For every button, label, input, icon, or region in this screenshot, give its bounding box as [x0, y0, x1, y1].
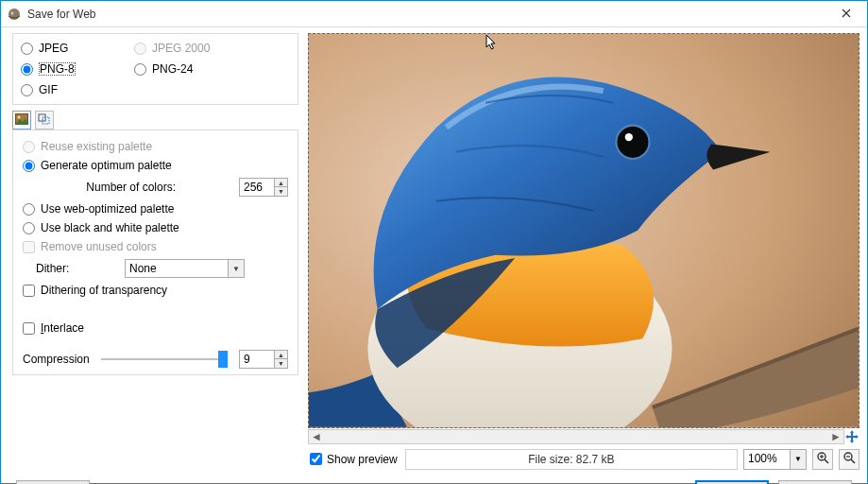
palette-radio-reuse: Reuse existing palette [23, 140, 288, 153]
tab-image-options[interactable] [12, 111, 31, 130]
zoom-in-icon [816, 451, 829, 467]
close-button[interactable] [825, 1, 867, 27]
label: PNG-24 [152, 62, 193, 76]
close-icon [842, 8, 851, 21]
dither-label: Dither: [23, 262, 117, 275]
label: Use black and white palette [41, 221, 179, 234]
save-button[interactable]: Save [695, 480, 769, 484]
show-preview-checkbox[interactable]: Show preview [308, 453, 400, 466]
zoom-select[interactable]: 100% ▼ [743, 449, 807, 470]
title-bar: Save for Web [1, 1, 867, 27]
cancel-button[interactable]: Cancel [778, 480, 852, 484]
pan-icon[interactable] [844, 429, 859, 444]
compression-label: Compression [23, 353, 90, 366]
image-icon [15, 113, 28, 128]
palette-radio-generate[interactable]: Generate optimum palette [23, 159, 288, 172]
dither-value: None [125, 259, 229, 278]
compression-input[interactable] [239, 350, 275, 369]
zoom-in-button[interactable] [812, 449, 833, 470]
chevron-down-icon: ▼ [229, 259, 245, 278]
zoom-out-button[interactable] [839, 449, 859, 470]
zoom-out-icon [842, 451, 856, 467]
interlace-checkbox[interactable]: Interlace [23, 321, 288, 335]
slider-thumb[interactable] [218, 351, 228, 368]
num-colors-label: Number of colors: [47, 181, 176, 194]
spin-down-icon[interactable]: ▼ [275, 187, 288, 197]
file-size-display: File size: 82.7 kB [405, 449, 738, 470]
label: Remove unused colors [41, 240, 157, 253]
zoom-value: 100% [743, 449, 791, 470]
dialog-footer: Help Save Cancel [1, 471, 867, 484]
compression-slider[interactable] [101, 358, 228, 360]
compression-row: Compression ▲▼ [23, 350, 288, 369]
label: Generate optimum palette [41, 159, 172, 172]
label: Reuse existing palette [41, 140, 152, 153]
options-panel: JPEG JPEG 2000 PNG-8 PNG-24 [1, 33, 308, 471]
format-group: JPEG JPEG 2000 PNG-8 PNG-24 [12, 33, 298, 105]
svg-line-13 [825, 459, 828, 463]
options-tabs [12, 111, 298, 130]
format-radio-jpeg[interactable]: JPEG [21, 42, 106, 55]
svg-point-4 [18, 115, 21, 118]
scroll-left-icon: ◄ [311, 430, 322, 443]
svg-point-9 [617, 127, 648, 158]
resize-icon [38, 113, 51, 128]
dither-transparency-checkbox[interactable]: Dithering of transparency [23, 284, 288, 297]
num-colors-input[interactable] [239, 178, 275, 197]
dither-row: Dither: None ▼ [23, 259, 288, 278]
format-radio-gif[interactable]: GIF [21, 83, 106, 96]
palette-radio-web[interactable]: Use web-optimized palette [23, 202, 288, 216]
svg-line-17 [851, 459, 855, 463]
label: JPEG [39, 42, 68, 55]
tab-resize[interactable] [35, 111, 54, 130]
remove-unused-checkbox: Remove unused colors [23, 240, 288, 253]
label: GIF [39, 83, 58, 96]
label: PNG-8 [39, 62, 76, 76]
label: Dithering of transparency [41, 284, 167, 297]
chevron-down-icon: ▼ [791, 449, 807, 470]
label: Show preview [327, 453, 398, 466]
label: Use web-optimized palette [41, 202, 174, 216]
palette-panel: Reuse existing palette Generate optimum … [12, 130, 298, 375]
app-icon [7, 7, 22, 22]
svg-point-2 [11, 12, 12, 13]
preview-panel: ◄► Show preview File size: 82.7 kB 100% … [308, 33, 867, 471]
preview-statusbar: Show preview File size: 82.7 kB 100% ▼ [308, 448, 859, 471]
help-button[interactable]: Help [16, 480, 90, 484]
preview-hscrollbar[interactable]: ◄► [308, 429, 844, 444]
num-colors-spinner[interactable]: ▲▼ [239, 178, 288, 197]
spin-up-icon[interactable]: ▲ [275, 178, 288, 187]
label: JPEG 2000 [152, 42, 210, 55]
dither-select[interactable]: None ▼ [125, 259, 245, 278]
compression-spinner[interactable]: ▲▼ [239, 350, 288, 369]
svg-point-11 [625, 133, 633, 141]
save-for-web-dialog: Save for Web JPEG JPEG 2000 [0, 0, 868, 484]
spin-down-icon[interactable]: ▼ [275, 359, 288, 369]
palette-radio-bw[interactable]: Use black and white palette [23, 221, 288, 234]
num-colors-row: Number of colors: ▲▼ [47, 178, 288, 197]
format-radio-png24[interactable]: PNG-24 [134, 62, 219, 76]
format-radio-jpeg2000: JPEG 2000 [134, 42, 219, 55]
window-title: Save for Web [27, 8, 95, 21]
preview-canvas[interactable] [308, 33, 859, 428]
scroll-right-icon: ► [830, 430, 842, 443]
spin-up-icon[interactable]: ▲ [275, 350, 288, 359]
format-radio-png8[interactable]: PNG-8 [21, 62, 106, 76]
